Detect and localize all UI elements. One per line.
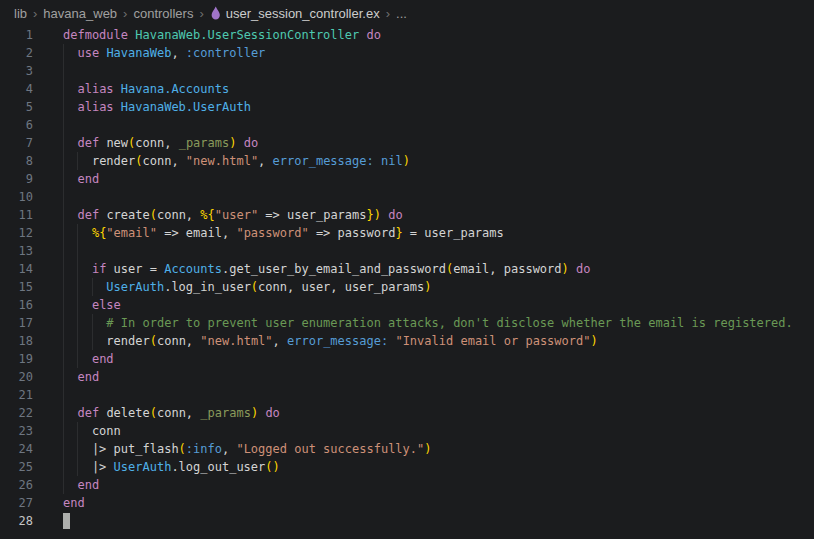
indent-guide — [63, 458, 64, 476]
code-line[interactable]: 15 UserAuth.log_in_user(conn, user, user… — [0, 278, 814, 296]
code-line[interactable]: 22 def delete(conn, _params) do — [0, 404, 814, 422]
breadcrumb-item-lib[interactable]: lib — [14, 6, 27, 21]
indent-guide — [92, 278, 93, 296]
breadcrumb-item-controllers[interactable]: controllers — [133, 6, 193, 21]
indent-guide — [63, 116, 64, 134]
line-number: 13 — [0, 242, 63, 260]
indent-guide — [92, 332, 93, 350]
line-number: 23 — [0, 422, 63, 440]
line-number: 4 — [0, 80, 63, 98]
elixir-droplet-icon — [210, 6, 221, 20]
indent-guide — [63, 440, 64, 458]
chevron-right-icon: › — [33, 6, 37, 21]
line-number: 18 — [0, 332, 63, 350]
line-number: 10 — [0, 188, 63, 206]
line-number: 26 — [0, 476, 63, 494]
chevron-right-icon: › — [199, 6, 203, 21]
line-number: 25 — [0, 458, 63, 476]
code-line[interactable]: 27end — [0, 494, 814, 512]
line-number: 8 — [0, 152, 63, 170]
indent-guide — [63, 224, 64, 242]
code-line[interactable]: 21 — [0, 386, 814, 404]
indent-guide — [63, 206, 64, 224]
line-number: 6 — [0, 116, 63, 134]
indent-guide — [63, 386, 64, 404]
indent-guide — [63, 242, 64, 260]
line-number: 17 — [0, 314, 63, 332]
code-line[interactable]: 18 render(conn, "new.html", error_messag… — [0, 332, 814, 350]
indent-guide — [63, 98, 64, 116]
code-line[interactable]: 28 — [0, 512, 814, 530]
line-number: 15 — [0, 278, 63, 296]
chevron-right-icon: › — [123, 6, 127, 21]
code-line[interactable]: 5 alias HavanaWeb.UserAuth — [0, 98, 814, 116]
code-line[interactable]: 19 end — [0, 350, 814, 368]
indent-guide — [77, 332, 78, 350]
indent-guide — [63, 350, 64, 368]
indent-guide — [77, 260, 78, 278]
line-number: 19 — [0, 350, 63, 368]
code-line[interactable]: 26 end — [0, 476, 814, 494]
indent-guide — [63, 314, 64, 332]
breadcrumb-item-havana-web[interactable]: havana_web — [43, 6, 117, 21]
code-line[interactable]: 23 conn — [0, 422, 814, 440]
indent-guide — [77, 278, 78, 296]
line-number: 12 — [0, 224, 63, 242]
code-line[interactable]: 24 |> put_flash(:info, "Logged out succe… — [0, 440, 814, 458]
indent-guide — [63, 296, 64, 314]
code-line[interactable]: 3 — [0, 62, 814, 80]
indent-guide — [63, 62, 64, 80]
indent-guide — [63, 476, 64, 494]
indent-guide — [63, 422, 64, 440]
line-number: 5 — [0, 98, 63, 116]
indent-guide — [63, 368, 64, 386]
line-number: 20 — [0, 368, 63, 386]
code-line[interactable]: 11 def create(conn, %{"user" => user_par… — [0, 206, 814, 224]
indent-guide — [63, 170, 64, 188]
line-number: 3 — [0, 62, 63, 80]
breadcrumb-file-label: user_session_controller.ex — [226, 6, 380, 21]
indent-guide — [77, 458, 78, 476]
code-line[interactable]: 12 %{"email" => email, "password" => pas… — [0, 224, 814, 242]
indent-guide — [63, 152, 64, 170]
code-line[interactable]: 8 render(conn, "new.html", error_message… — [0, 152, 814, 170]
code-line[interactable]: 9 end — [0, 170, 814, 188]
code-editor[interactable]: 1defmodule HavanaWeb.UserSessionControll… — [0, 26, 814, 530]
line-number: 14 — [0, 260, 63, 278]
code-line[interactable]: 1defmodule HavanaWeb.UserSessionControll… — [0, 26, 814, 44]
code-line[interactable]: 25 |> UserAuth.log_out_user() — [0, 458, 814, 476]
code-line[interactable]: 2 use HavanaWeb, :controller — [0, 44, 814, 62]
code-line[interactable]: 10 — [0, 188, 814, 206]
line-number: 22 — [0, 404, 63, 422]
line-number: 11 — [0, 206, 63, 224]
indent-guide — [63, 44, 64, 62]
code-line[interactable]: 17 # In order to prevent user enumeratio… — [0, 314, 814, 332]
line-number: 2 — [0, 44, 63, 62]
breadcrumb-item-symbol-more[interactable]: ... — [396, 6, 407, 21]
chevron-right-icon: › — [386, 6, 390, 21]
indent-guide — [77, 242, 78, 260]
indent-guide — [63, 260, 64, 278]
indent-guide — [77, 224, 78, 242]
line-number: 1 — [0, 26, 63, 44]
code-line[interactable]: 16 else — [0, 296, 814, 314]
indent-guide — [77, 296, 78, 314]
code-line[interactable]: 6 — [0, 116, 814, 134]
indent-guide — [63, 188, 64, 206]
indent-guide — [77, 350, 78, 368]
line-number: 28 — [0, 512, 63, 530]
breadcrumb-item-file[interactable]: user_session_controller.ex — [210, 6, 380, 21]
line-number: 21 — [0, 386, 63, 404]
code-line[interactable]: 7 def new(conn, _params) do — [0, 134, 814, 152]
code-line[interactable]: 20 end — [0, 368, 814, 386]
line-number: 9 — [0, 170, 63, 188]
line-number: 27 — [0, 494, 63, 512]
line-number: 24 — [0, 440, 63, 458]
indent-guide — [77, 314, 78, 332]
text-cursor — [63, 513, 70, 529]
code-line[interactable]: 14 if user = Accounts.get_user_by_email_… — [0, 260, 814, 278]
indent-guide — [77, 422, 78, 440]
code-line[interactable]: 13 — [0, 242, 814, 260]
indent-guide — [77, 440, 78, 458]
code-line[interactable]: 4 alias Havana.Accounts — [0, 80, 814, 98]
